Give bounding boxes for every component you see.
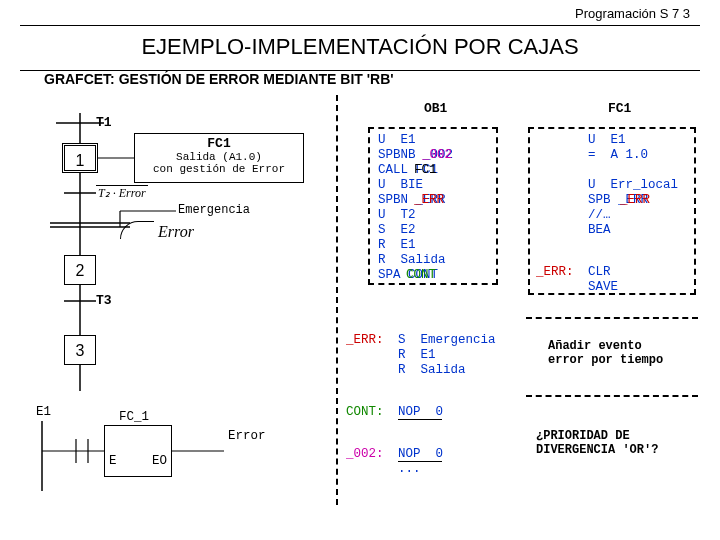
note-evento: Añadir evento error por tiempo xyxy=(548,339,663,367)
fc1-code: U E1 = A 1.0 U Err_local SPB _ERR //… BE… xyxy=(588,133,678,238)
transition-t3: T3 xyxy=(96,293,112,308)
ladder-e1: E1 xyxy=(36,405,51,419)
ob1-err-code: S Emergencia R E1 R Salida xyxy=(398,333,496,378)
dash-sep-2 xyxy=(526,395,698,397)
fc1-inline-err: _ERR xyxy=(620,193,650,207)
step-2: 2 xyxy=(64,255,96,285)
fc1-box-line1: Salida (A1.0) xyxy=(135,151,303,163)
transition-t1: T1 xyxy=(96,115,112,130)
ladder-error: Error xyxy=(228,429,266,443)
fc1-box-line2: con gestión de Error xyxy=(135,163,303,175)
divider-vertical xyxy=(336,95,338,505)
step-1: 1 xyxy=(62,143,98,173)
fc1-pin-eo: EO xyxy=(152,454,167,468)
page-title: EJEMPLO-IMPLEMENTACIÓN POR CAJAS xyxy=(0,26,720,70)
ob1-inline-fc1: FC1 xyxy=(414,163,437,177)
ob1-inline-err: _ERR xyxy=(414,193,444,207)
fc1-block-title: FC_1 xyxy=(119,410,149,424)
error-arc xyxy=(120,221,154,239)
content-area: T1 1 2 T3 3 FC1 Salida (A1.0) con gestió… xyxy=(0,95,720,515)
fc1-block: FC_1 E EO xyxy=(104,425,172,477)
step-3: 3 xyxy=(64,335,96,365)
ob1-inline-002: _002 xyxy=(422,148,452,162)
fc1-action-box: FC1 Salida (A1.0) con gestión de Error xyxy=(134,133,304,183)
fc1-title: FC1 xyxy=(608,101,631,116)
emergencia-label: Emergencia xyxy=(178,203,250,217)
underline-nop1 xyxy=(398,419,442,420)
ob1-002-code: NOP 0 ... xyxy=(398,447,443,477)
dash-sep-1 xyxy=(526,317,698,319)
fc1-pin-e: E xyxy=(109,454,117,468)
header-right: Programación S 7 3 xyxy=(0,0,720,25)
error-arc-label: Error xyxy=(158,223,194,241)
underline-nop2 xyxy=(398,461,442,462)
fc1-box-title: FC1 xyxy=(135,136,303,151)
ob1-cont-label: CONT: xyxy=(346,405,384,419)
fc1-err-code: CLR SAVE xyxy=(588,265,618,295)
ob1-inline-cont: CONT xyxy=(406,268,436,282)
ob1-002-label: _002: xyxy=(346,447,384,461)
ob1-cont-code: NOP 0 xyxy=(398,405,443,419)
t2-error-bar: T₂ · Error xyxy=(96,185,148,201)
page-subtitle: GRAFCET: GESTIÓN DE ERROR MEDIANTE BIT '… xyxy=(0,71,720,95)
note-prioridad: ¿PRIORIDAD DE DIVERGENCIA 'OR'? xyxy=(536,429,658,457)
ob1-title: OB1 xyxy=(424,101,447,116)
ob1-err-label: _ERR: xyxy=(346,333,384,347)
fc1-err-label: _ERR: xyxy=(536,265,574,279)
